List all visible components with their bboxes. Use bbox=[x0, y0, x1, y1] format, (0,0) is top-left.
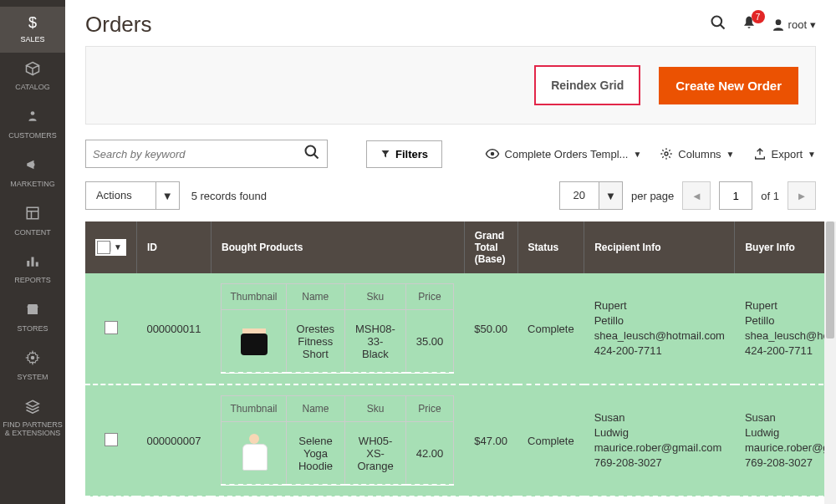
scrollbar[interactable] bbox=[824, 221, 836, 504]
search-icon[interactable] bbox=[710, 14, 726, 35]
sidebar-item-label: STORES bbox=[18, 325, 48, 333]
cell-products: ThumbnailNameSkuPriceSelene Yoga HoodieW… bbox=[211, 384, 464, 496]
reindex-grid-button[interactable]: Reindex Grid bbox=[534, 65, 640, 105]
product-price: 35.00 bbox=[405, 310, 454, 374]
col-id[interactable]: ID bbox=[136, 221, 211, 273]
col-products[interactable]: Bought Products bbox=[211, 221, 464, 273]
sidebar-item-marketing[interactable]: MARKETING bbox=[0, 149, 65, 197]
grid-toolbar: Filters Complete Orders Templ... ▼ Colum… bbox=[65, 140, 836, 168]
cell-buyer: SusanLudwigmaurice.rober@gmail.769-208-3… bbox=[735, 384, 836, 496]
create-order-button[interactable]: Create New Order bbox=[659, 67, 798, 104]
columns-label: Columns bbox=[678, 148, 721, 160]
svg-point-14 bbox=[665, 152, 668, 155]
page-input[interactable] bbox=[719, 181, 752, 210]
sidebar-item-reports[interactable]: REPORTS bbox=[0, 245, 65, 293]
cell-status: Complete bbox=[517, 384, 584, 496]
search-submit-icon[interactable] bbox=[303, 144, 320, 165]
svg-rect-1 bbox=[27, 207, 38, 219]
inner-th-sku: Sku bbox=[345, 396, 405, 422]
chevron-down-icon: ▼ bbox=[110, 242, 125, 252]
cell-products: ThumbnailNameSkuPriceOrestes Fitness Sho… bbox=[211, 273, 464, 384]
sidebar-item-content[interactable]: CONTENT bbox=[0, 197, 65, 246]
page-size-select[interactable]: 20 ▼ bbox=[559, 181, 623, 210]
grid-controls: Actions ▼ 5 records found 20 ▼ per page … bbox=[65, 181, 836, 210]
cell-id: 000000007 bbox=[136, 384, 211, 496]
inner-th-name: Name bbox=[286, 396, 345, 422]
svg-line-12 bbox=[314, 154, 319, 158]
col-status[interactable]: Status bbox=[517, 221, 584, 273]
sidebar-item-label: FIND PARTNERS & EXTENSIONS bbox=[2, 421, 64, 438]
sidebar-item-sales[interactable]: $ SALES bbox=[0, 7, 65, 53]
search-box bbox=[85, 140, 328, 168]
user-menu[interactable]: root ▾ bbox=[772, 18, 816, 32]
sidebar-item-catalog[interactable]: CATALOG bbox=[0, 53, 65, 101]
main-content: Orders 7 root ▾ Reindex Grid Create New … bbox=[65, 0, 836, 504]
chevron-down-icon: ▼ bbox=[808, 150, 816, 159]
per-page-label: per page bbox=[631, 190, 674, 202]
prev-page-button[interactable]: ◄ bbox=[682, 181, 711, 210]
sidebar-item-partners[interactable]: FIND PARTNERS & EXTENSIONS bbox=[0, 390, 65, 447]
svg-rect-5 bbox=[32, 257, 34, 267]
view-label: Complete Orders Templ... bbox=[505, 148, 629, 160]
row-checkbox[interactable] bbox=[104, 433, 118, 446]
product-thumbnail bbox=[237, 432, 271, 474]
col-total[interactable]: Grand Total (Base) bbox=[464, 221, 517, 273]
admin-sidebar: $ SALES CATALOG CUSTOMERS MARKETING CONT… bbox=[0, 0, 65, 504]
export-button[interactable]: Export ▼ bbox=[753, 147, 816, 160]
chevron-down-icon: ▼ bbox=[155, 182, 179, 209]
product-name: Orestes Fitness Short bbox=[286, 310, 345, 374]
next-page-button[interactable]: ► bbox=[788, 181, 816, 210]
sidebar-item-label: SYSTEM bbox=[17, 374, 48, 382]
col-buyer[interactable]: Buyer Info bbox=[735, 221, 836, 273]
export-label: Export bbox=[772, 148, 803, 160]
inner-th-name: Name bbox=[286, 284, 345, 310]
dollar-icon: $ bbox=[28, 15, 37, 32]
col-recipient[interactable]: Recipient Info bbox=[584, 221, 735, 273]
sidebar-item-stores[interactable]: STORES bbox=[0, 293, 65, 342]
user-name: root bbox=[788, 18, 807, 31]
page-of-label: of 1 bbox=[761, 190, 779, 202]
table-row[interactable]: 000000011ThumbnailNameSkuPriceOrestes Fi… bbox=[85, 273, 836, 384]
sidebar-item-label: CATALOG bbox=[15, 84, 50, 92]
filters-button[interactable]: Filters bbox=[366, 140, 442, 168]
sidebar-item-label: CUSTOMERS bbox=[8, 132, 56, 140]
col-checkbox[interactable]: ▼ bbox=[85, 221, 136, 273]
records-count: 5 records found bbox=[191, 190, 267, 202]
sidebar-item-customers[interactable]: CUSTOMERS bbox=[0, 100, 65, 149]
filters-label: Filters bbox=[395, 148, 428, 160]
page-header: Orders 7 root ▾ bbox=[65, 0, 836, 46]
select-all-checkbox[interactable] bbox=[97, 241, 110, 254]
export-icon bbox=[753, 147, 767, 160]
product-sku: WH05-XS-Orange bbox=[345, 422, 405, 486]
svg-point-7 bbox=[31, 356, 35, 360]
row-checkbox[interactable] bbox=[104, 321, 118, 334]
table-row[interactable]: 000000007ThumbnailNameSkuPriceSelene Yog… bbox=[85, 384, 836, 496]
notifications-badge: 7 bbox=[752, 10, 765, 23]
chevron-down-icon: ▼ bbox=[633, 150, 641, 159]
search-input[interactable] bbox=[93, 148, 303, 160]
svg-point-10 bbox=[775, 19, 781, 25]
cell-recipient: SusanLudwigmaurice.rober@gmail.com769-20… bbox=[584, 384, 735, 496]
chevron-down-icon: ▼ bbox=[726, 150, 735, 159]
inner-th-thumb: Thumbnail bbox=[222, 396, 286, 422]
svg-rect-6 bbox=[36, 262, 38, 267]
grid-wrap: ▼ ID Bought Products Grand Total (Base) … bbox=[85, 221, 836, 504]
eye-icon bbox=[485, 146, 500, 161]
notifications-icon[interactable]: 7 bbox=[742, 15, 757, 34]
sidebar-item-system[interactable]: SYSTEM bbox=[0, 342, 65, 390]
grid-body: 000000011ThumbnailNameSkuPriceOrestes Fi… bbox=[85, 273, 836, 496]
columns-button[interactable]: Columns ▼ bbox=[660, 147, 734, 160]
cell-total: $50.00 bbox=[464, 273, 517, 384]
inner-th-sku: Sku bbox=[345, 284, 406, 310]
svg-line-9 bbox=[720, 25, 724, 29]
view-switcher[interactable]: Complete Orders Templ... ▼ bbox=[485, 146, 642, 161]
inner-th-price: Price bbox=[405, 284, 454, 310]
svg-point-0 bbox=[31, 112, 35, 116]
sidebar-item-label: SALES bbox=[20, 36, 44, 44]
products-inner-table: ThumbnailNameSkuPriceSelene Yoga HoodieW… bbox=[221, 395, 454, 486]
grid-header: ▼ ID Bought Products Grand Total (Base) … bbox=[85, 221, 836, 273]
bulk-actions-select[interactable]: Actions ▼ bbox=[85, 181, 180, 210]
inner-th-thumb: Thumbnail bbox=[222, 284, 286, 310]
scroll-thumb[interactable] bbox=[826, 221, 834, 339]
inner-th-price: Price bbox=[405, 396, 454, 422]
